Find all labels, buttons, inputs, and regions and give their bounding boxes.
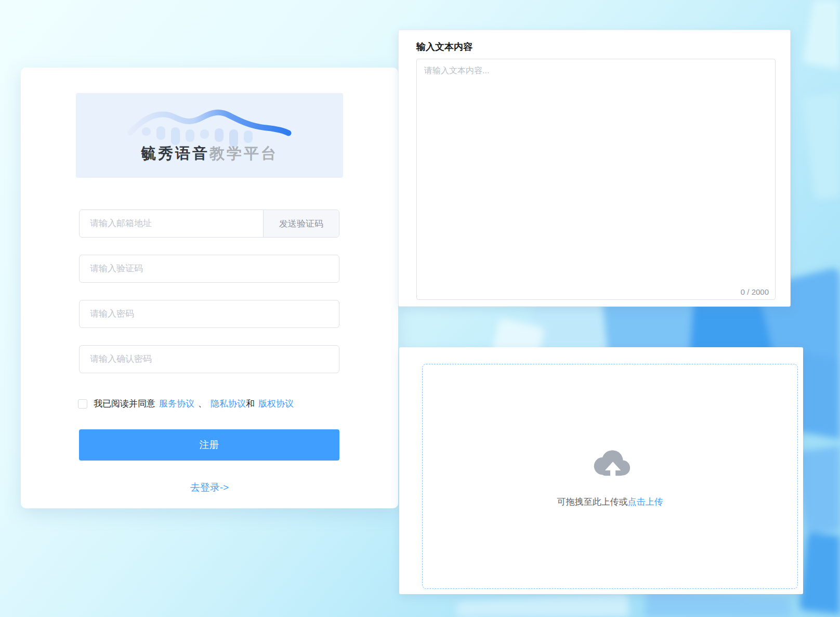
textarea-box: 0 / 2000 [416,59,776,300]
click-upload-link[interactable]: 点击上传 [628,497,663,507]
agreement-separator: 、 [198,398,207,410]
confirm-password-input[interactable] [80,346,339,373]
text-input-panel: 输入文本内容 0 / 2000 [398,30,791,307]
send-code-button[interactable]: 发送验证码 [263,210,339,237]
service-agreement-link[interactable]: 服务协议 [159,398,194,410]
confirm-password-field [79,345,339,373]
text-content-textarea[interactable] [417,59,775,299]
register-button[interactable]: 注册 [79,429,339,461]
brand-title: 毓秀语音教学平台 [76,143,343,164]
agreement-prefix: 我已阅读并同意 [94,398,155,410]
verification-code-input[interactable] [80,255,339,282]
upload-dropzone[interactable]: 可拖拽至此上传或点击上传 [422,364,798,589]
email-input[interactable] [80,210,263,237]
agreement-checkbox[interactable] [78,399,87,409]
password-field [79,300,339,328]
upload-panel: 可拖拽至此上传或点击上传 [399,347,803,594]
privacy-agreement-link[interactable]: 隐私协议 [211,398,246,410]
logo-banner: 毓秀语音教学平台 [76,93,343,178]
brand-suffix: 教学平台 [209,145,278,162]
brand-name: 毓秀语音 [141,145,209,162]
upload-hint: 可拖拽至此上传或点击上传 [557,496,663,508]
copyright-agreement-link[interactable]: 版权协议 [258,398,294,410]
agreement-row: 我已阅读并同意 服务协议 、 隐私协议 和 版权协议 [78,398,294,410]
go-login-link[interactable]: 去登录-> [21,481,398,494]
char-count: 0 / 2000 [738,287,769,296]
password-input[interactable] [80,300,339,327]
code-field [79,255,339,283]
register-card: 毓秀语音教学平台 发送验证码 我已阅读并同意 服务协议 、 隐私协议 和 版权协… [21,68,398,508]
text-panel-title: 输入文本内容 [416,41,472,53]
agreement-conjunction: 和 [246,398,255,410]
upload-drag-text: 可拖拽至此上传或 [557,497,628,507]
upload-cloud-icon [588,445,633,479]
brand-wave-icon [126,100,293,148]
email-field-group: 发送验证码 [79,209,339,238]
